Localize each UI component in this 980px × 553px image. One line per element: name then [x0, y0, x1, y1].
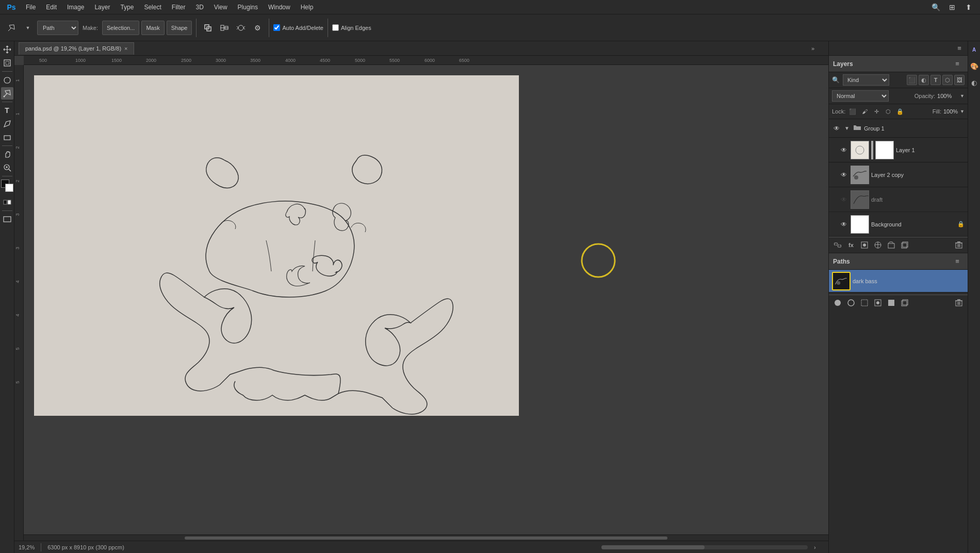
canvas-document[interactable]	[34, 75, 519, 416]
pen-tool-icon[interactable]	[4, 21, 19, 35]
layers-panel-menu[interactable]: ≡	[951, 58, 963, 70]
screen-mode-toggle[interactable]	[1, 213, 13, 225]
lock-position-icon[interactable]: ✛	[871, 106, 881, 117]
auto-add-delete-checkbox[interactable]	[273, 24, 280, 31]
delete-layer-icon[interactable]	[953, 239, 965, 251]
workspace-button[interactable]: ⊞	[945, 0, 959, 14]
new-layer-icon[interactable]	[899, 239, 910, 251]
background-eye[interactable]: 👁	[839, 220, 848, 229]
lock-artboard-icon[interactable]: ⬡	[883, 106, 893, 117]
group-1-eye[interactable]: 👁	[832, 124, 841, 133]
menu-edit[interactable]: Edit	[41, 0, 62, 14]
shape-from-path-icon[interactable]	[886, 297, 897, 308]
mask-from-path-icon[interactable]	[872, 297, 884, 308]
align-edges-label[interactable]: Align Edges	[332, 24, 371, 31]
filter-shape-icon[interactable]: ⬡	[942, 75, 953, 85]
menu-filter[interactable]: Filter	[167, 0, 191, 14]
align-edges-checkbox[interactable]	[332, 24, 339, 31]
lock-pixels-icon[interactable]: 🖌	[859, 106, 870, 117]
fill-dropdown-icon[interactable]: ▼	[960, 109, 965, 114]
mask-button[interactable]: Mask	[141, 21, 164, 35]
group-layers-icon[interactable]	[886, 239, 897, 251]
filter-pixel-icon[interactable]: ⬛	[907, 75, 917, 85]
pen-tool-secondary[interactable]: ▼	[21, 21, 35, 35]
canvas-content[interactable]	[24, 65, 828, 541]
stroke-path-icon[interactable]	[845, 297, 857, 308]
menu-3d[interactable]: 3D	[190, 0, 208, 14]
tab-close-button[interactable]: ×	[124, 45, 127, 52]
menu-view[interactable]: View	[209, 0, 233, 14]
path-align-icon[interactable]	[217, 21, 232, 35]
path-ops-icon[interactable]	[201, 21, 215, 35]
draft-eye[interactable]: 👁	[839, 195, 848, 204]
quick-mask-toggle[interactable]	[1, 196, 13, 208]
path-type-select[interactable]: Path Shape Pixels	[37, 21, 78, 35]
menu-plugins[interactable]: Plugins	[233, 0, 263, 14]
layer-1-row[interactable]: 👁 Layer 1	[829, 138, 968, 162]
settings-icon[interactable]: ⚙	[250, 21, 265, 35]
draft-layer-row[interactable]: 👁 draft	[829, 187, 968, 212]
status-arrow[interactable]: ›	[814, 544, 824, 550]
link-layers-icon[interactable]	[832, 239, 843, 251]
filter-type-icon[interactable]: T	[930, 75, 941, 85]
menu-file[interactable]: File	[21, 0, 41, 14]
shape-tool[interactable]	[1, 131, 13, 143]
filter-type-select[interactable]: Kind Name Effect Mode Attribute	[843, 74, 889, 86]
paths-panel-menu[interactable]: ≡	[951, 255, 963, 268]
horizontal-scrollbar[interactable]	[24, 534, 828, 541]
document-tab[interactable]: panda.psd @ 19,2% (Layer 1, RGB/8) ×	[19, 42, 134, 55]
swatches-panel-icon[interactable]: 🎨	[968, 60, 981, 72]
fill-path-icon[interactable]	[832, 297, 843, 308]
new-path-icon[interactable]	[899, 297, 910, 308]
selection-button[interactable]: Selection...	[102, 21, 139, 35]
selection-tool[interactable]	[1, 57, 13, 69]
scroll-indicator[interactable]	[601, 545, 808, 549]
menu-help[interactable]: Help	[296, 0, 319, 14]
move-tool[interactable]	[1, 43, 13, 56]
fill-value[interactable]: 100%	[943, 108, 958, 115]
lasso-tool[interactable]	[1, 74, 13, 86]
path-select-tool[interactable]	[1, 118, 13, 130]
pen-tool[interactable]	[1, 87, 13, 100]
zoom-tool[interactable]	[1, 161, 13, 174]
group-1-header[interactable]: 👁 ▼ Group 1	[829, 119, 968, 138]
filter-smart-icon[interactable]: 🖼	[954, 75, 965, 85]
filter-adjustment-icon[interactable]: ◐	[919, 75, 929, 85]
delete-path-icon[interactable]	[953, 297, 965, 308]
hand-tool[interactable]	[1, 148, 13, 160]
lock-all-icon[interactable]: 🔒	[895, 106, 905, 117]
layer-2-copy-eye[interactable]: 👁	[839, 170, 848, 180]
group-1-chevron[interactable]: ▼	[844, 125, 850, 131]
menu-layer[interactable]: Layer	[89, 0, 115, 14]
path-to-selection-icon[interactable]	[859, 297, 870, 308]
foreground-color[interactable]	[1, 180, 13, 192]
add-mask-icon[interactable]	[859, 239, 870, 251]
menu-image[interactable]: Image	[62, 0, 89, 14]
panel-toggle-icon[interactable]: »	[806, 41, 820, 56]
menu-type[interactable]: Type	[115, 0, 139, 14]
shape-button[interactable]: Shape	[167, 21, 192, 35]
color-panel-icon[interactable]: A	[968, 43, 981, 56]
canvas-area[interactable]: 500 1000 1500 2000 2500 3000 3500 4000 4…	[14, 56, 828, 541]
dark-bass-path-row[interactable]: dark bass	[829, 270, 968, 292]
lock-transparent-icon[interactable]: ⬛	[847, 106, 858, 117]
panel-menu-icon[interactable]: ≡	[953, 42, 966, 55]
adjustments-panel-icon[interactable]: ◐	[968, 76, 981, 89]
type-tool[interactable]: T	[1, 104, 13, 117]
adjustment-layer-icon[interactable]	[872, 239, 884, 251]
layer-2-copy-thumbnail	[851, 166, 869, 184]
search-button[interactable]: 🔍	[928, 0, 943, 14]
share-button[interactable]: ⬆	[961, 0, 976, 14]
background-layer-row[interactable]: 👁 Background 🔒	[829, 212, 968, 237]
path-transform-icon[interactable]	[234, 21, 248, 35]
status-sep-1	[41, 543, 41, 551]
blend-mode-select[interactable]: Normal Multiply Screen Overlay Darken Li…	[832, 90, 889, 102]
menu-window[interactable]: Window	[263, 0, 296, 14]
opacity-dropdown-icon[interactable]: ▼	[960, 93, 965, 99]
add-style-icon[interactable]: fx	[845, 239, 857, 251]
menu-select[interactable]: Select	[139, 0, 166, 14]
opacity-value[interactable]: 100%	[937, 93, 958, 99]
layer-1-eye[interactable]: 👁	[839, 145, 848, 155]
layer-2-copy-row[interactable]: 👁 Layer 2 copy	[829, 162, 968, 187]
auto-add-delete-label[interactable]: Auto Add/Delete	[273, 24, 323, 31]
